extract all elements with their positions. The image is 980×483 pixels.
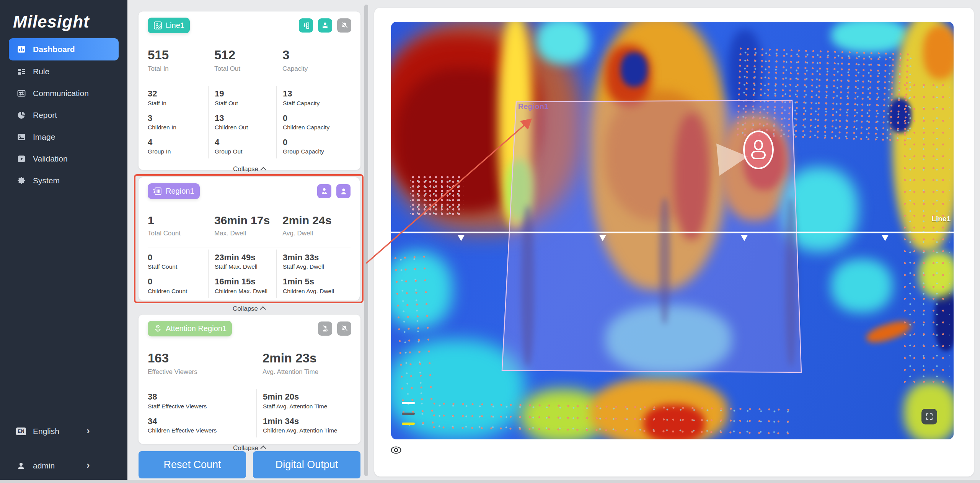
- sidebar-nav: Dashboard Rule Communication Report Imag…: [0, 38, 127, 191]
- person-outline-icon: [750, 139, 766, 161]
- heatmap-image[interactable]: Region1 Line1: [391, 22, 954, 439]
- stat-staff-max-dwell: 23min 49sStaff Max. Dwell: [208, 250, 282, 274]
- stat-label: Total Count: [148, 230, 214, 237]
- stat-label: Staff Avg. Attention Time: [263, 403, 351, 410]
- stat-value: 3: [148, 113, 214, 123]
- legend-line-yellow: [402, 423, 415, 425]
- stat-max-dwell: 36min 17s Max. Dwell: [214, 211, 282, 241]
- stat-label: Staff Max. Dwell: [215, 263, 282, 270]
- stat-children-in: 3Children In: [148, 110, 214, 134]
- bell-off-icon: [341, 22, 348, 29]
- stat-value: 13: [283, 89, 351, 98]
- staff-icon: [320, 187, 328, 195]
- stat-value: 13: [215, 113, 282, 123]
- stat-label: Staff Count: [148, 263, 214, 270]
- staff-toggle-button[interactable]: [317, 184, 331, 198]
- stat-children-count: 0Children Count: [148, 274, 214, 298]
- map-overlays: [391, 22, 954, 439]
- staff-off-button[interactable]: [318, 321, 332, 336]
- sidebar-item-image[interactable]: Image: [0, 126, 127, 148]
- stat-value: 16min 15s: [215, 277, 282, 286]
- legend-line-gray: [402, 413, 415, 415]
- digital-output-button[interactable]: Digital Output: [253, 451, 360, 478]
- stat-value: 23min 49s: [215, 253, 282, 262]
- alarm-off-button[interactable]: [337, 321, 351, 336]
- map-region1-label: Region1: [518, 102, 548, 111]
- fullscreen-button[interactable]: [921, 409, 937, 424]
- language-selector[interactable]: EN English ›: [0, 423, 127, 440]
- person-off-icon: [321, 325, 329, 333]
- stat-label: Children Count: [148, 288, 214, 295]
- chevron-up-icon: [260, 446, 266, 452]
- sidebar-item-system[interactable]: System: [0, 170, 127, 191]
- attention-badge-label: Attention Region1: [166, 324, 227, 333]
- chevron-right-icon: ›: [86, 425, 90, 437]
- pie-chart-icon: [17, 111, 26, 120]
- sidebar-item-label: Communication: [33, 89, 89, 98]
- door-counter-button[interactable]: [299, 18, 313, 33]
- stat-value: 2min 24s: [282, 214, 351, 227]
- stat-label: Children Avg. Attention Time: [263, 427, 351, 434]
- milesight-logo: Milesight: [13, 12, 90, 31]
- stat-label: Staff Capacity: [283, 100, 351, 107]
- stat-label: Staff In: [148, 100, 214, 107]
- stat-value: 2min 23s: [263, 351, 351, 365]
- sidebar-item-communication[interactable]: Communication: [0, 82, 127, 104]
- stat-label: Group In: [148, 148, 214, 155]
- stat-label: Effective Viewers: [148, 368, 263, 376]
- sidebar-item-validation[interactable]: Validation: [0, 148, 127, 170]
- sidebar-item-rule[interactable]: Rule: [0, 60, 127, 82]
- stat-label: Group Capacity: [283, 148, 351, 155]
- region-people-icon: [153, 186, 163, 196]
- chevron-right-icon: ›: [86, 459, 90, 471]
- sidebar-item-label: Validation: [33, 154, 68, 163]
- reset-count-button[interactable]: Reset Count: [139, 451, 246, 478]
- attention-eye-icon: [153, 324, 163, 333]
- sidebar-item-dashboard[interactable]: Dashboard: [9, 38, 119, 60]
- stat-value: 5min 20s: [263, 392, 351, 401]
- stat-value: 163: [148, 351, 263, 365]
- alarm-off-button[interactable]: [337, 18, 351, 33]
- staff-toggle-button[interactable]: [318, 18, 332, 33]
- stat-label: Children Out: [215, 124, 282, 131]
- vertical-scrollbar[interactable]: [364, 5, 368, 476]
- sidebar-item-label: System: [33, 176, 60, 185]
- stat-label: Children Avg. Dwell: [283, 288, 351, 295]
- fullscreen-icon: [926, 413, 933, 420]
- chevron-up-icon: [260, 306, 266, 312]
- stat-label: Children Capacity: [283, 124, 351, 131]
- stat-label: Staff Effective Viewers: [148, 403, 263, 410]
- attention-region1-badge: Attention Region1: [148, 321, 232, 336]
- language-label: English: [33, 427, 59, 436]
- map-line1-label: Line1: [931, 215, 951, 223]
- direction-triangle: [882, 235, 889, 241]
- stat-children-max-dwell: 16min 15sChildren Max. Dwell: [208, 274, 282, 298]
- children-toggle-button[interactable]: [336, 184, 351, 198]
- sidebar-item-label: Report: [33, 111, 57, 120]
- stat-label: Children Effective Viewers: [148, 427, 263, 434]
- stat-value: 512: [214, 48, 282, 62]
- attention-region1-card: Attention Region1 163 Effective Viewers …: [139, 315, 360, 444]
- chevron-up-icon: [260, 167, 266, 173]
- stat-label: Max. Dwell: [214, 230, 282, 237]
- visibility-toggle[interactable]: [390, 444, 406, 456]
- stat-value: 4: [148, 137, 214, 147]
- stat-group-in: 4Group In: [148, 134, 214, 158]
- bell-off-icon: [341, 325, 348, 333]
- stat-children-avg-attention: 1min 34sChildren Avg. Attention Time: [256, 413, 351, 437]
- page-bottom-strip: [0, 480, 980, 483]
- stat-value: 0: [148, 277, 214, 286]
- stat-staff-in: 32Staff In: [148, 86, 214, 110]
- language-en-icon: EN: [16, 426, 26, 436]
- user-menu[interactable]: admin ›: [0, 457, 127, 475]
- eye-icon: [390, 446, 402, 454]
- gear-icon: [17, 176, 26, 185]
- stat-value: 19: [215, 89, 282, 98]
- sidebar-item-report[interactable]: Report: [0, 104, 127, 126]
- stat-value: 38: [148, 392, 263, 401]
- stat-value: 34: [148, 416, 263, 426]
- collapse-label: Collapse: [233, 444, 258, 452]
- region1-collapse-button[interactable]: Collapse: [139, 300, 360, 317]
- stat-value: 32: [148, 89, 214, 98]
- tracked-person-marker[interactable]: [743, 131, 774, 169]
